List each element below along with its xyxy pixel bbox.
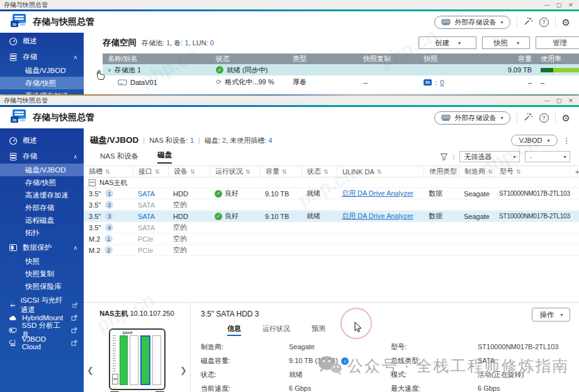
sort-icon: ⇅ — [488, 169, 493, 175]
tab-health[interactable]: 运行状况 — [262, 324, 290, 336]
collapse-icon[interactable] — [89, 179, 96, 186]
disk-row-3-selected[interactable]: 3.5"3 SATA HDD ✓良好 9.10 TB 就绪 启用 DA Driv… — [84, 211, 579, 222]
sidebar-item-vjbod-cloud[interactable]: VJBOD Cloud — [0, 337, 84, 349]
vjbod-button[interactable]: VJBOD▾ — [511, 135, 558, 146]
col-capacity[interactable]: 容量⇅ — [260, 166, 301, 177]
sidebar-item-overview[interactable]: 概述 — [0, 34, 84, 48]
field-value: 活动(正在旋转) — [478, 371, 568, 379]
volume-icon — [118, 79, 127, 86]
snapshot-count-link[interactable]: 0 — [440, 79, 444, 86]
col-manufacturer[interactable]: 制造商⇅ — [459, 166, 494, 177]
drive-bay-1[interactable] — [120, 335, 128, 385]
maximize-button[interactable]: ▢ — [554, 98, 563, 104]
disk-row-1[interactable]: 3.5"1 SATA HDD ✓良好 9.10 TB 就绪 启用 DA Driv… — [84, 188, 579, 199]
sidebar-item-cache[interactable]: 高速缓存加速 — [0, 89, 84, 94]
col-usage[interactable]: 使用率 — [536, 54, 579, 64]
col-ulink-da[interactable]: ULINK DA⇅ — [337, 166, 424, 177]
sidebar-item-snapshot-vault[interactable]: 快照保险库 — [0, 280, 84, 293]
nas-illustration[interactable]: QNAP — [109, 328, 166, 390]
sidebar-item-snapshots[interactable]: 快照 — [0, 255, 84, 267]
external-storage-button[interactable]: 外部存储设备 ▾ — [434, 111, 510, 125]
col-usage-type[interactable]: 使用类型 — [424, 166, 459, 177]
divider — [517, 113, 517, 123]
add-column-button[interactable]: + — [570, 166, 579, 177]
close-button[interactable]: ✕ — [566, 98, 575, 104]
col-snap-replica[interactable]: 快照复制 — [358, 54, 419, 64]
gear-icon[interactable]: ⚙ — [562, 18, 570, 27]
help-icon[interactable]: ? — [539, 113, 549, 123]
sidebar-item-disks-vjbod[interactable]: 磁盘/VJBOD — [0, 164, 84, 176]
col-snapshot[interactable]: 快照 — [419, 54, 480, 64]
sidebar-item-ssd-profiling[interactable]: SSD 分析工具 — [0, 324, 84, 337]
interface-link[interactable]: SATA — [138, 213, 155, 220]
interface-link[interactable]: SATA — [138, 190, 155, 198]
col-status[interactable]: 状态 — [211, 54, 288, 64]
col-interface[interactable]: 接口⇅ — [133, 166, 168, 177]
help-icon[interactable]: ? — [539, 18, 549, 27]
wizard-icon[interactable] — [524, 112, 533, 124]
expand-icon[interactable]: ∨ — [108, 67, 111, 73]
sidebar-group-data-protection[interactable]: 数据保护 ∧ — [0, 240, 84, 255]
external-link-icon — [71, 327, 77, 333]
col-slot[interactable]: 插槽⇅ — [84, 166, 133, 177]
sidebar-group-storage[interactable]: 存储 ∧ — [0, 149, 84, 164]
ulink-da-link[interactable]: 启用 DA Drive Analyzer — [342, 211, 413, 221]
sidebar-item-iscsi[interactable]: iSCSI 与光纤通道 — [0, 299, 84, 311]
filter-select[interactable]: 无筛选器▾ — [459, 151, 520, 162]
col-capacity[interactable]: 容量 — [480, 54, 536, 64]
disk-row-6[interactable]: M.22 PCIe 空的 — [84, 245, 579, 256]
snapshot-button[interactable]: 快照▾ — [482, 36, 530, 49]
titlebar[interactable]: 存储与快照总管 — ▢ ✕ — [0, 0, 579, 9]
titlebar[interactable]: 存储与快照总管 — ▢ ✕ — [0, 96, 579, 105]
col-type[interactable]: 类型 — [288, 54, 358, 64]
prev-device-button[interactable]: ❮ — [87, 366, 94, 375]
data-protection-icon — [9, 244, 18, 252]
col-status[interactable]: 状态⇅ — [301, 166, 337, 177]
disk-row-2[interactable]: 3.5"2 SATA 空的 — [84, 199, 579, 211]
col-health[interactable]: 运行状况⇅ — [210, 166, 260, 177]
minimize-button[interactable]: — — [542, 2, 551, 8]
drive-bay-2[interactable] — [130, 335, 138, 385]
manage-button[interactable]: 管理 — [536, 36, 579, 49]
wizard-icon[interactable] — [524, 16, 533, 28]
sidebar-group-storage[interactable]: 存储 ∧ — [0, 50, 84, 64]
col-name[interactable]: 名称/别名 — [103, 54, 211, 64]
sidebar-item-remote-disk[interactable]: 远程磁盘 — [0, 214, 84, 227]
sidebar-item-cache[interactable]: 高速缓存加速 — [0, 189, 84, 201]
sidebar-item-external-storage[interactable]: 外部存储 — [0, 201, 84, 214]
sidebar-item-overview[interactable]: 概述 — [0, 133, 84, 148]
maximize-button[interactable]: ▢ — [554, 2, 563, 8]
info-icon[interactable]: i — [341, 357, 349, 365]
table-row-pool[interactable]: ∨存储池 1 ✓就绪 (同步中) 9.09 TB — [103, 64, 579, 76]
nas-panel: NAS主机 10.10.107.250 ❮ ❯ QNAP — [84, 303, 191, 392]
tab-disks[interactable]: 磁盘 — [157, 150, 172, 164]
tab-prediction[interactable]: 预测 — [312, 324, 325, 336]
device-count: NAS 和设备: 1 — [149, 136, 194, 145]
actions-button[interactable]: 操作▾ — [532, 308, 570, 322]
external-storage-button[interactable]: 外部存储设备 ▾ — [434, 16, 510, 29]
filter-icon[interactable] — [440, 153, 448, 161]
more-menu-icon[interactable]: ⋮ — [562, 136, 570, 145]
ulink-da-link[interactable]: 启用 DA Drive Analyzer — [342, 189, 413, 198]
disk-row-5[interactable]: M.21 PCIe 空的 — [84, 233, 579, 245]
sidebar-item-disks-vjbod[interactable]: 磁盘/VJBOD — [0, 64, 84, 77]
sidebar-item-snapshot-replica[interactable]: 快照复制 — [0, 267, 84, 280]
drive-bay-4[interactable] — [152, 335, 161, 385]
table-row-volume[interactable]: DataV01 ⟳格式化中...99 % 厚卷 -- io:0 – – — [103, 76, 579, 89]
sidebar-item-storage-snapshots[interactable]: 存储/快照 — [0, 77, 84, 89]
gear-icon[interactable]: ⚙ — [562, 113, 570, 123]
col-device[interactable]: 设备⇅ — [168, 166, 210, 177]
sidebar-item-topology[interactable]: 拓扑 — [0, 227, 84, 239]
filter-select-secondary[interactable]: -▾ — [525, 151, 570, 162]
create-button[interactable]: 创建▾ — [419, 36, 476, 49]
disk-row-4[interactable]: 3.5"4 SATA 空的 — [84, 222, 579, 233]
col-model[interactable]: 型号⇅ — [494, 166, 570, 177]
close-button[interactable]: ✕ — [566, 2, 575, 8]
sidebar-item-storage-snapshots[interactable]: 存储/快照 — [0, 176, 84, 189]
tab-info[interactable]: 信息 — [227, 324, 241, 336]
next-device-button[interactable]: ❯ — [180, 366, 187, 375]
tab-nas-devices[interactable]: NAS 和设备 — [100, 152, 138, 164]
disk-group-row[interactable]: NAS主机 — [84, 177, 579, 188]
drive-bay-3[interactable] — [140, 335, 150, 385]
minimize-button[interactable]: — — [542, 98, 551, 104]
